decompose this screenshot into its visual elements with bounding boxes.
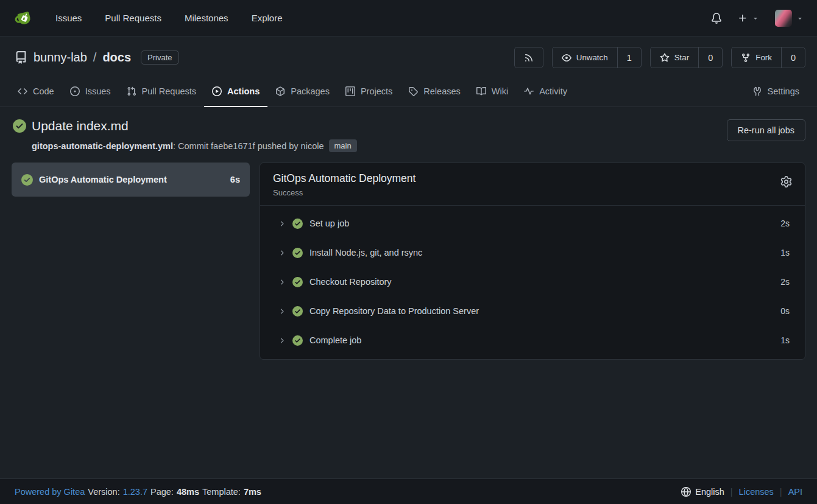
run-subtitle: gitops-automatic-deployment.yml: Commit … <box>32 139 727 152</box>
job-name: GitOps Automatic Deployment <box>39 175 224 184</box>
job-list-item[interactable]: GitOps Automatic Deployment 6s <box>12 163 250 197</box>
language-selector[interactable]: English <box>681 487 724 497</box>
tab-settings[interactable]: Settings <box>744 77 807 107</box>
gear-icon <box>780 176 792 187</box>
top-navbar: Issues Pull Requests Milestones Explore <box>0 0 817 37</box>
git-pull-request-icon <box>127 86 136 96</box>
globe-icon <box>681 487 691 497</box>
fork-button[interactable]: Fork <box>732 47 781 68</box>
step-success-check-icon <box>292 248 303 258</box>
run-success-check-icon <box>13 119 26 133</box>
gitea-logo-icon[interactable] <box>13 8 34 29</box>
footer-divider: | <box>780 487 782 497</box>
step-name: Install Node.js, git, and rsync <box>309 248 780 257</box>
page-footer: Powered by Gitea Version: 1.23.7 Page: 4… <box>0 478 817 504</box>
job-steps-list: Set up job 2s Install Node.js, git, and … <box>260 206 805 359</box>
private-badge: Private <box>141 51 179 65</box>
chevron-right-icon <box>278 337 286 345</box>
tab-label: Projects <box>361 86 392 96</box>
workflow-file-name[interactable]: gitops-automatic-deployment.yml <box>32 141 173 151</box>
rss-icon <box>524 53 534 63</box>
tab-projects[interactable]: Projects <box>338 77 400 107</box>
template-time-value: 7ms <box>244 487 261 497</box>
workflow-run-header: Update index.md gitops-automatic-deploym… <box>0 107 817 152</box>
step-row[interactable]: Install Node.js, git, and rsync 1s <box>260 238 805 267</box>
job-detail-title: GitOps Automatic Deployment <box>273 172 416 185</box>
notifications-bell-button[interactable] <box>711 13 722 24</box>
step-row[interactable]: Copy Repository Data to Production Serve… <box>260 296 805 326</box>
step-duration: 2s <box>780 277 790 287</box>
create-new-dropdown-button[interactable] <box>738 13 759 23</box>
tab-issues[interactable]: Issues <box>62 77 119 107</box>
tab-label: Actions <box>227 86 260 96</box>
step-success-check-icon <box>292 219 303 229</box>
page-time-label: Page: <box>150 487 174 497</box>
tab-code[interactable]: Code <box>10 77 62 107</box>
run-body: GitOps Automatic Deployment 6s GitOps Au… <box>0 152 817 478</box>
tab-packages[interactable]: Packages <box>267 77 338 107</box>
tab-label: Releases <box>423 86 460 96</box>
rerun-all-jobs-button[interactable]: Re-run all jobs <box>727 119 806 141</box>
stars-count[interactable]: 0 <box>698 47 722 68</box>
run-title: Update index.md <box>32 119 129 133</box>
language-label: English <box>695 487 724 497</box>
book-icon <box>476 86 486 96</box>
nav-link-pull-requests[interactable]: Pull Requests <box>93 7 173 29</box>
unwatch-button[interactable]: Unwatch <box>553 47 617 68</box>
tab-activity[interactable]: Activity <box>516 77 575 107</box>
job-duration: 6s <box>230 175 240 184</box>
fork-button-group: Fork 0 <box>731 47 805 68</box>
job-options-gear-button[interactable] <box>780 172 792 189</box>
user-menu-button[interactable] <box>775 10 804 27</box>
nav-link-milestones[interactable]: Milestones <box>173 7 240 29</box>
watchers-count[interactable]: 1 <box>617 47 641 68</box>
chevron-right-icon <box>278 307 286 315</box>
tab-label: Packages <box>291 86 330 96</box>
footer-divider: | <box>730 487 733 497</box>
pulse-icon <box>524 86 534 96</box>
version-label: Version: <box>88 487 119 497</box>
licenses-link[interactable]: Licenses <box>739 487 774 497</box>
repo-name-link[interactable]: docs <box>102 51 131 65</box>
step-success-check-icon <box>292 277 303 287</box>
chevron-right-icon <box>278 278 286 286</box>
step-row[interactable]: Complete job 1s <box>260 326 805 355</box>
tab-releases[interactable]: Releases <box>400 77 468 107</box>
tab-pull-requests[interactable]: Pull Requests <box>119 77 204 107</box>
version-link[interactable]: 1.23.7 <box>123 487 147 497</box>
repo-separator: / <box>93 51 97 65</box>
step-row[interactable]: Checkout Repository 2s <box>260 267 805 296</box>
powered-by-gitea-link[interactable]: Powered by Gitea <box>15 487 85 497</box>
step-name: Complete job <box>309 335 780 345</box>
bell-icon <box>711 13 722 24</box>
job-detail-panel: GitOps Automatic Deployment Success Set … <box>260 163 805 360</box>
tab-wiki[interactable]: Wiki <box>469 77 516 107</box>
template-time-label: Template: <box>202 487 241 497</box>
tab-label: Wiki <box>492 86 508 96</box>
page-time-value: 48ms <box>177 487 199 497</box>
fork-icon <box>741 53 751 63</box>
step-success-check-icon <box>292 335 303 346</box>
run-commit-text: : Commit faebe1671f pushed by nicole <box>173 141 324 151</box>
play-circle-icon <box>212 86 222 96</box>
branch-badge[interactable]: main <box>329 139 357 152</box>
repo-header: bunny-lab / docs Private Unwatch 1 Star … <box>0 37 817 77</box>
star-icon <box>660 53 670 63</box>
star-button[interactable]: Star <box>651 47 698 68</box>
api-link[interactable]: API <box>788 487 802 497</box>
chevron-right-icon <box>278 220 286 228</box>
nav-link-explore[interactable]: Explore <box>240 7 294 29</box>
tab-actions[interactable]: Actions <box>204 77 267 107</box>
tab-label: Code <box>33 86 54 96</box>
repo-owner-link[interactable]: bunny-lab <box>34 51 87 65</box>
step-row[interactable]: Set up job 2s <box>260 209 805 238</box>
nav-link-issues[interactable]: Issues <box>44 7 93 29</box>
rss-button[interactable] <box>514 47 543 68</box>
forks-count[interactable]: 0 <box>781 47 805 68</box>
step-name: Set up job <box>309 219 780 228</box>
tab-label: Issues <box>85 86 111 96</box>
code-icon <box>18 86 27 96</box>
step-name: Copy Repository Data to Production Serve… <box>309 306 780 316</box>
job-success-check-icon <box>21 174 33 186</box>
watch-button-group: Unwatch 1 <box>552 47 642 68</box>
